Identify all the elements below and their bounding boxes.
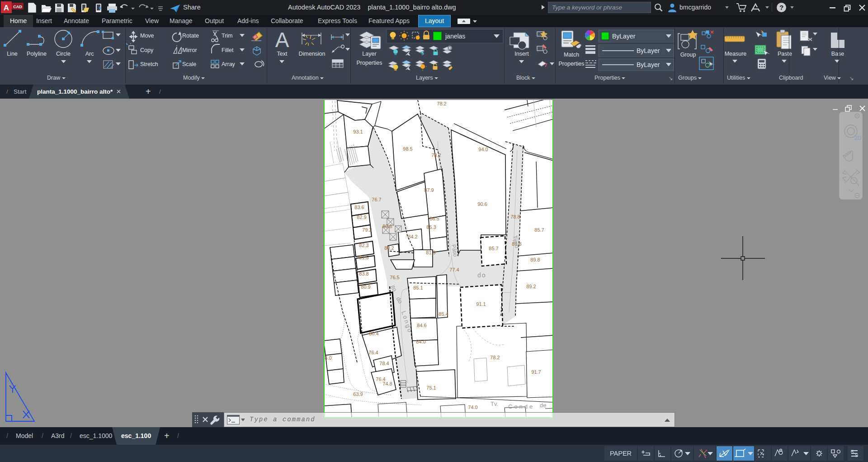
svg-text:78.2: 78.2 [431,152,441,158]
svg-text:89.8: 89.8 [530,257,540,262]
svg-text:85.1: 85.1 [413,285,423,291]
svg-text:80.4: 80.4 [369,331,378,336]
svg-text:janelas: janelas [445,33,465,40]
svg-text:76.5: 76.5 [390,275,399,280]
svg-text:79.2: 79.2 [362,227,372,233]
svg-text:76.4: 76.4 [368,350,378,355]
svg-text:80.9: 80.9 [361,284,370,290]
svg-text:78.2: 78.2 [490,355,500,360]
svg-text:63.9: 63.9 [353,391,363,397]
svg-text:78.8: 78.8 [510,214,520,219]
svg-text:94.0: 94.0 [478,147,488,152]
svg-text:78.2: 78.2 [437,101,446,106]
svg-text:76.7: 76.7 [372,197,381,202]
svg-text:85.3: 85.3 [426,224,436,230]
svg-text:A: A [4,4,9,12]
svg-text:83.8: 83.8 [359,271,368,276]
svg-text:89.2: 89.2 [526,284,536,289]
svg-text:83.6: 83.6 [354,205,364,210]
svg-text:Tv.: Tv. [491,400,498,407]
svg-text:78.4: 78.4 [379,361,389,366]
svg-text:4.0: 4.0 [325,355,331,361]
svg-text:82.9: 82.9 [357,214,366,220]
svg-text:85.4: 85.4 [439,311,448,317]
svg-text:91.7: 91.7 [531,369,541,375]
svg-text:87.9: 87.9 [424,187,434,193]
svg-text:81.5: 81.5 [359,255,368,260]
svg-text:ByLayer: ByLayer [637,47,660,54]
svg-text:A: A [275,28,289,52]
svg-text:do: do [477,271,486,279]
svg-text:74.8: 74.8 [382,381,392,386]
svg-text:84.0: 84.0 [416,339,425,344]
svg-text:84.6: 84.6 [417,323,426,328]
svg-text:CAD: CAD [13,5,22,9]
svg-text:91.1: 91.1 [476,301,486,307]
svg-text:74.0: 74.0 [468,405,477,410]
svg-text:90.6: 90.6 [477,201,487,207]
svg-text:80.6: 80.6 [382,224,392,229]
svg-text:Conde: Conde [508,403,534,410]
svg-text:75.1: 75.1 [426,385,436,391]
svg-text:98.5: 98.5 [403,146,412,152]
svg-text:81.9: 81.9 [426,250,435,255]
svg-text:ByLayer: ByLayer [637,61,660,68]
svg-text:80.2: 80.2 [384,245,394,251]
svg-text:85.7: 85.7 [489,246,498,251]
svg-text:86.5: 86.5 [429,216,439,221]
svg-text:85.7: 85.7 [534,227,544,233]
svg-text:82.3: 82.3 [359,243,368,248]
svg-text:93.1: 93.1 [353,129,363,134]
svg-text:de: de [540,402,546,409]
svg-text:84.2: 84.2 [408,234,417,239]
svg-text:2D: 2D [854,135,862,141]
svg-text:ByLayer: ByLayer [612,33,636,40]
svg-text:77.4: 77.4 [449,267,459,272]
